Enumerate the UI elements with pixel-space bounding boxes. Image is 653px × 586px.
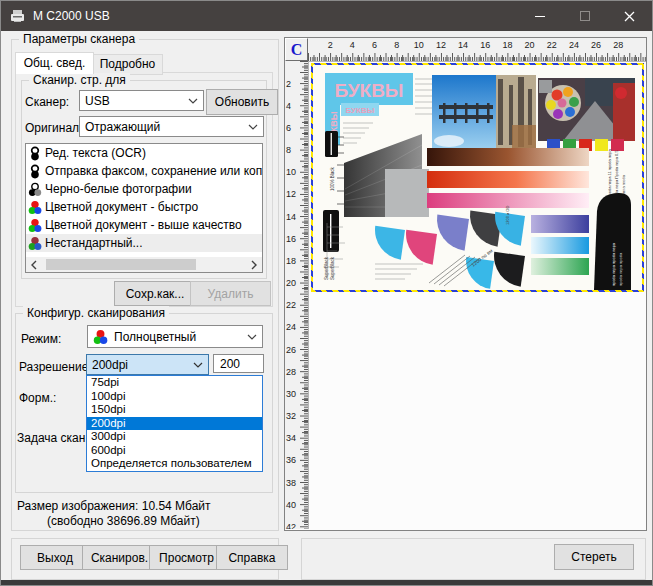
format-label: Форм.: bbox=[19, 391, 56, 405]
chevron-down-icon bbox=[247, 334, 257, 340]
maximize-button bbox=[562, 1, 607, 31]
svg-text:10: 10 bbox=[286, 167, 296, 177]
resolution-option[interactable]: 600dpi bbox=[87, 444, 262, 458]
erase-button[interactable]: Стереть bbox=[554, 544, 634, 570]
horizontal-scrollbar[interactable] bbox=[26, 257, 262, 272]
svg-text:12: 12 bbox=[286, 189, 296, 199]
svg-text:32: 32 bbox=[286, 411, 296, 421]
svg-text:8: 8 bbox=[286, 145, 291, 155]
minimize-icon bbox=[535, 16, 545, 17]
scan-button[interactable]: Сканиров. bbox=[82, 545, 157, 570]
grayscale-circles-icon bbox=[28, 182, 42, 197]
scan-task-item[interactable]: Черно-белые фотографии bbox=[26, 180, 262, 198]
resolution-label: Разрешение: bbox=[19, 360, 92, 374]
rgb-circles-icon bbox=[28, 218, 42, 233]
scan-task-label: Цветной документ - выше качество bbox=[45, 218, 242, 232]
exit-button[interactable]: Выход bbox=[20, 545, 90, 570]
resolution-option-selected[interactable]: 200dpi bbox=[87, 417, 262, 431]
minimize-button[interactable] bbox=[517, 1, 562, 31]
svg-text:14: 14 bbox=[286, 212, 296, 222]
svg-text:26: 26 bbox=[286, 345, 296, 355]
rgb-muted-circles-icon bbox=[28, 236, 42, 251]
scan-task-list[interactable]: Ред. текста (OCR) Отправка факсом, сохра… bbox=[25, 143, 263, 273]
scan-task-item[interactable]: Цветной документ - выше качество bbox=[26, 216, 262, 234]
scan-task-item-selected[interactable]: Нестандартный... bbox=[26, 234, 262, 252]
resolution-dropdown[interactable]: 75dpi 100dpi 150dpi 200dpi 300dpi 600dpi… bbox=[86, 375, 263, 472]
titlebar[interactable]: M C2000 USB bbox=[1, 1, 652, 31]
original-select[interactable]: Отражающий bbox=[79, 116, 264, 137]
svg-text:БУКВЫ: БУКВЫ bbox=[345, 106, 374, 115]
preview-pane: C 246810121416182022242628 2468101214161… bbox=[284, 37, 647, 531]
resolution-option[interactable]: 100dpi bbox=[87, 390, 262, 404]
maximize-icon bbox=[580, 11, 590, 21]
scan-task-item[interactable]: Отправка факсом, сохранение или копирова… bbox=[26, 162, 262, 180]
scroll-left-arrow-icon[interactable] bbox=[26, 257, 42, 272]
bw-circles-icon bbox=[28, 164, 42, 179]
resolution-select-value: 200dpi bbox=[92, 358, 128, 372]
resolution-option[interactable]: 300dpi bbox=[87, 430, 262, 444]
app-window: M C2000 USB Параметры сканера Общ. свед.… bbox=[0, 0, 653, 586]
window-title: M C2000 USB bbox=[33, 9, 517, 23]
svg-text:12: 12 bbox=[436, 40, 446, 50]
scanner-label: Сканер: bbox=[25, 95, 69, 109]
svg-text:40: 40 bbox=[286, 500, 296, 510]
svg-text:SuperBlack: SuperBlack bbox=[330, 256, 335, 280]
mode-select[interactable]: Полноцветный bbox=[87, 325, 263, 348]
scan-task-item[interactable]: Ред. текста (OCR) bbox=[26, 144, 262, 162]
svg-text:4: 4 bbox=[286, 101, 291, 111]
scanner-select[interactable]: USB bbox=[79, 90, 204, 111]
scanner-params-group-label: Параметры сканера bbox=[19, 32, 139, 46]
resolution-custom-input[interactable]: 200 bbox=[213, 354, 264, 373]
tab-general[interactable]: Общ. свед. bbox=[15, 52, 94, 74]
chevron-down-icon bbox=[188, 98, 198, 104]
svg-text:10: 10 bbox=[414, 40, 424, 50]
scan-for-group-label: Сканир. стр. для bbox=[29, 73, 130, 87]
svg-text:4: 4 bbox=[350, 40, 355, 50]
resolution-option[interactable]: Определяется пользователем bbox=[87, 457, 262, 471]
close-icon bbox=[624, 11, 635, 22]
tab-details[interactable]: Подробно bbox=[92, 54, 163, 75]
svg-text:34: 34 bbox=[286, 433, 296, 443]
ruler-units-button[interactable]: C bbox=[285, 38, 308, 61]
svg-text:24: 24 bbox=[286, 322, 296, 332]
svg-text:8: 8 bbox=[394, 40, 399, 50]
preview-button[interactable]: Просмотр bbox=[149, 545, 224, 570]
units-c-icon: C bbox=[291, 41, 303, 59]
scanner-app-icon bbox=[10, 9, 25, 23]
svg-text:36: 36 bbox=[286, 455, 296, 465]
svg-text:20: 20 bbox=[525, 40, 535, 50]
svg-text:2: 2 bbox=[286, 79, 291, 89]
scanner-select-value: USB bbox=[85, 94, 110, 108]
svg-text:20: 20 bbox=[286, 278, 296, 288]
resolution-option[interactable]: 75dpi bbox=[87, 376, 262, 390]
scan-task-item[interactable]: Цветной документ - быстро bbox=[26, 198, 262, 216]
original-label: Оригинал: bbox=[25, 121, 82, 135]
scan-bed-area[interactable]: БУКВЫ БУКВЫ БУКВЫ bbox=[309, 62, 646, 530]
resolution-option[interactable]: 150dpi bbox=[87, 403, 262, 417]
scroll-right-arrow-icon[interactable] bbox=[246, 257, 262, 272]
svg-text:26: 26 bbox=[591, 40, 601, 50]
scan-selection-marquee[interactable]: БУКВЫ БУКВЫ БУКВЫ bbox=[311, 63, 644, 292]
scan-task-label-caption: Задача скан. bbox=[17, 431, 89, 445]
close-button[interactable] bbox=[607, 1, 652, 31]
svg-text:24: 24 bbox=[569, 40, 579, 50]
svg-text:БУКВЫ: БУКВЫ bbox=[335, 80, 404, 101]
scan-task-label: Нестандартный... bbox=[45, 236, 143, 250]
save-as-button[interactable]: Сохр.как... bbox=[114, 281, 196, 306]
horizontal-ruler: 246810121416182022242628 bbox=[308, 38, 646, 62]
svg-text:100% Black: 100% Black bbox=[330, 166, 335, 191]
tab-general-label: Общ. свед. bbox=[24, 56, 86, 70]
refresh-button[interactable]: Обновить bbox=[206, 89, 278, 115]
svg-text:проба пера проба пера: проба пера проба пера bbox=[611, 242, 616, 286]
svg-text:22: 22 bbox=[547, 40, 557, 50]
svg-text:6: 6 bbox=[286, 123, 291, 133]
preview-image[interactable]: БУКВЫ БУКВЫ БУКВЫ bbox=[313, 65, 642, 290]
scrollbar-thumb[interactable] bbox=[46, 259, 196, 270]
svg-text:22: 22 bbox=[286, 300, 296, 310]
scan-config-group-label: Конфигур. сканирования bbox=[23, 306, 169, 320]
help-button[interactable]: Справка bbox=[216, 545, 288, 570]
rgb-circles-icon bbox=[93, 329, 108, 345]
resolution-select[interactable]: 200dpi bbox=[86, 354, 209, 375]
svg-text:38: 38 bbox=[286, 478, 296, 488]
svg-text:16: 16 bbox=[286, 234, 296, 244]
